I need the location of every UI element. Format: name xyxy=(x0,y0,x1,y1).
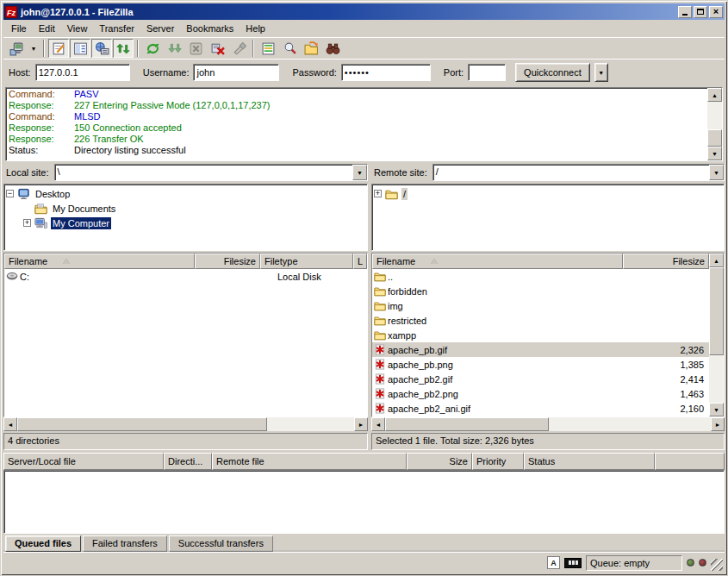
maximize-button[interactable] xyxy=(694,6,707,18)
column-header-filename[interactable]: Filename xyxy=(372,254,623,269)
host-input[interactable] xyxy=(35,64,130,81)
site-manager-button[interactable] xyxy=(6,39,27,58)
cancel-operation-button[interactable] xyxy=(185,39,206,58)
scroll-thumb[interactable] xyxy=(385,417,549,431)
column-header-remote-file[interactable]: Remote file xyxy=(212,453,407,470)
remote-site-combo[interactable]: / ▼ xyxy=(432,164,725,181)
disconnect-button[interactable] xyxy=(207,39,227,58)
resize-grip[interactable] xyxy=(711,559,723,571)
encryption-indicator-icon[interactable] xyxy=(564,558,582,568)
menu-server[interactable]: Server xyxy=(140,22,180,35)
queue-list-body[interactable] xyxy=(3,470,725,534)
site-manager-dropdown-button[interactable]: ▼ xyxy=(28,39,40,58)
remote-file-row[interactable]: apache_pb.png 1,385 xyxy=(372,357,709,372)
remote-file-row[interactable]: img xyxy=(372,298,709,313)
remote-file-row[interactable]: apache_pb2_ani.gif 2,160 xyxy=(372,401,709,416)
remote-file-row[interactable]: .. xyxy=(372,269,709,284)
scroll-thumb[interactable] xyxy=(17,417,267,431)
scroll-right-button[interactable]: ► xyxy=(354,417,368,431)
chevron-down-icon[interactable]: ▼ xyxy=(352,165,367,180)
tree-item-my-computer[interactable]: + My Computer xyxy=(6,216,365,230)
remote-horizontal-scrollbar[interactable]: ◄ ► xyxy=(371,417,725,431)
remote-file-row[interactable]: xampp xyxy=(372,328,709,342)
local-horizontal-scrollbar[interactable]: ◄ ► xyxy=(3,417,368,431)
process-queue-button[interactable] xyxy=(164,39,184,58)
tab-failed-transfers[interactable]: Failed transfers xyxy=(83,535,167,552)
local-file-list[interactable]: Filename Filesize Filetype L C: xyxy=(3,253,368,417)
scroll-thumb[interactable] xyxy=(709,267,724,355)
remote-file-row[interactable]: apache_pb2.gif 2,414 xyxy=(372,372,709,386)
tab-successful-transfers[interactable]: Successful transfers xyxy=(169,535,273,552)
scroll-track[interactable] xyxy=(549,417,711,431)
scroll-up-button[interactable]: ▲ xyxy=(707,88,722,102)
scroll-right-button[interactable]: ► xyxy=(711,417,725,431)
column-header-priority[interactable]: Priority xyxy=(472,453,524,470)
log-scrollbar[interactable]: ▲ ▼ xyxy=(707,88,722,160)
file-search-button[interactable] xyxy=(322,39,343,58)
toggle-remote-tree-button[interactable] xyxy=(91,39,112,58)
remote-tree[interactable]: + / xyxy=(371,184,725,251)
expand-icon[interactable]: + xyxy=(23,219,31,227)
column-header-direction[interactable]: Directi... xyxy=(164,453,212,470)
tree-item-my-documents[interactable]: My Documents xyxy=(6,201,365,216)
remote-file-list[interactable]: Filename Filesize .. forbidden xyxy=(371,253,725,417)
app-icon[interactable]: Fz xyxy=(5,6,17,18)
toggle-log-view-button[interactable] xyxy=(48,39,69,58)
port-input[interactable] xyxy=(468,64,506,81)
transfer-type-ascii-icon[interactable]: A xyxy=(547,556,560,569)
synchronized-browsing-button[interactable] xyxy=(279,39,300,58)
menu-transfer[interactable]: Transfer xyxy=(93,22,140,35)
remote-file-row[interactable]: restricted xyxy=(372,313,709,328)
column-header-last-modified[interactable]: L xyxy=(353,254,367,269)
local-list-body[interactable]: C: Local Disk xyxy=(4,269,367,416)
menu-help[interactable]: Help xyxy=(240,22,271,35)
column-header-filesize[interactable]: Filesize xyxy=(623,254,709,269)
remote-file-row[interactable]: apache_pb.gif 2,326 xyxy=(372,342,709,357)
expand-icon[interactable]: + xyxy=(374,190,382,197)
column-header-status[interactable]: Status xyxy=(524,453,655,470)
tree-item-desktop[interactable]: − Desktop xyxy=(6,186,365,201)
local-site-combo[interactable]: \ ▼ xyxy=(54,164,368,181)
quickconnect-dropdown-button[interactable]: ▼ xyxy=(594,63,608,82)
toggle-transfer-queue-button[interactable] xyxy=(113,39,134,58)
tree-item-root[interactable]: + / xyxy=(374,186,722,201)
scroll-thumb[interactable] xyxy=(707,129,722,147)
remote-file-row[interactable]: apache_pb2.png 1,463 xyxy=(372,386,709,401)
column-header-filename[interactable]: Filename xyxy=(4,254,195,269)
scroll-left-button[interactable]: ◄ xyxy=(3,417,17,431)
column-header-filetype[interactable]: Filetype xyxy=(260,254,353,269)
scroll-left-button[interactable]: ◄ xyxy=(371,417,385,431)
minimize-button[interactable] xyxy=(678,6,692,18)
close-button[interactable]: × xyxy=(709,6,723,18)
remote-list-body[interactable]: .. forbidden img xyxy=(372,269,709,416)
menu-view[interactable]: View xyxy=(61,22,94,35)
chevron-down-icon[interactable]: ▼ xyxy=(709,165,724,180)
scroll-down-button[interactable]: ▼ xyxy=(707,147,722,160)
menu-edit[interactable]: Edit xyxy=(33,22,61,35)
tab-queued-files[interactable]: Queued files xyxy=(5,535,81,552)
local-file-row[interactable]: C: Local Disk xyxy=(4,269,367,284)
menu-file[interactable]: File xyxy=(5,22,33,35)
scroll-track[interactable] xyxy=(709,355,724,403)
toggle-local-tree-button[interactable] xyxy=(70,39,90,58)
refresh-button[interactable] xyxy=(142,39,163,58)
menu-bookmarks[interactable]: Bookmarks xyxy=(180,22,240,35)
directory-comparison-button[interactable] xyxy=(258,39,278,58)
remote-vertical-scrollbar[interactable]: ▲ ▼ xyxy=(709,254,724,416)
remote-file-row[interactable]: forbidden xyxy=(372,284,709,298)
quickconnect-button[interactable]: Quickconnect xyxy=(515,63,590,82)
local-tree[interactable]: − Desktop xyxy=(3,184,368,251)
scroll-up-button[interactable]: ▲ xyxy=(709,254,724,267)
column-header-filesize[interactable]: Filesize xyxy=(195,254,260,269)
collapse-icon[interactable]: − xyxy=(6,190,14,197)
scroll-track[interactable] xyxy=(267,417,354,431)
directory-listing-filters-button[interactable] xyxy=(301,39,321,58)
scroll-track[interactable] xyxy=(707,102,722,129)
message-log[interactable]: Command:PASV Response:227 Entering Passi… xyxy=(5,87,723,161)
column-header-size[interactable]: Size xyxy=(407,453,472,470)
reconnect-button[interactable] xyxy=(228,39,249,58)
username-input[interactable] xyxy=(193,64,279,81)
scroll-down-button[interactable]: ▼ xyxy=(709,403,724,416)
password-input[interactable] xyxy=(341,64,431,81)
column-header-server-local-file[interactable]: Server/Local file xyxy=(3,453,164,470)
